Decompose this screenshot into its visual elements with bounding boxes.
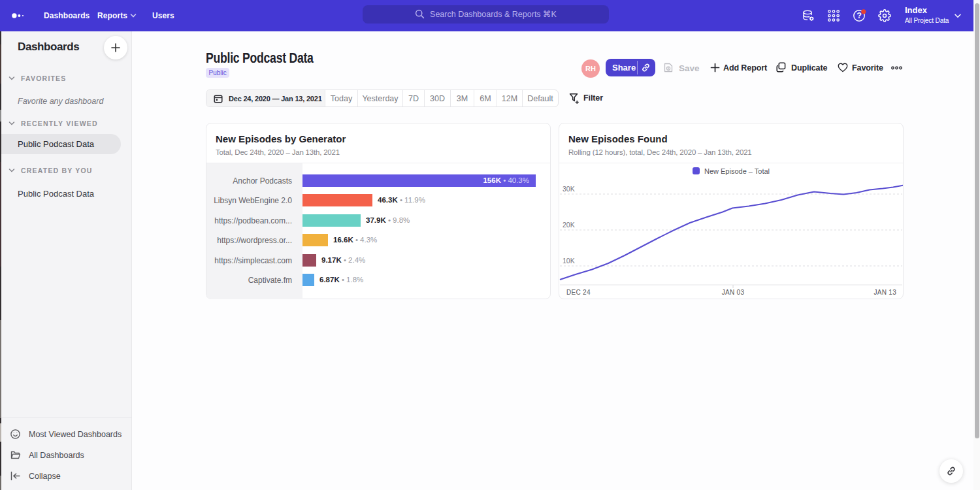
svg-text:10K: 10K [563, 257, 575, 265]
svg-text:20K: 20K [563, 221, 575, 229]
svg-text:?: ? [857, 11, 862, 20]
svg-text:JAN 03: JAN 03 [722, 289, 745, 296]
svg-text:DEC 24: DEC 24 [566, 289, 591, 296]
svg-text:JAN 13: JAN 13 [874, 289, 896, 296]
svg-text:30K: 30K [563, 185, 575, 193]
